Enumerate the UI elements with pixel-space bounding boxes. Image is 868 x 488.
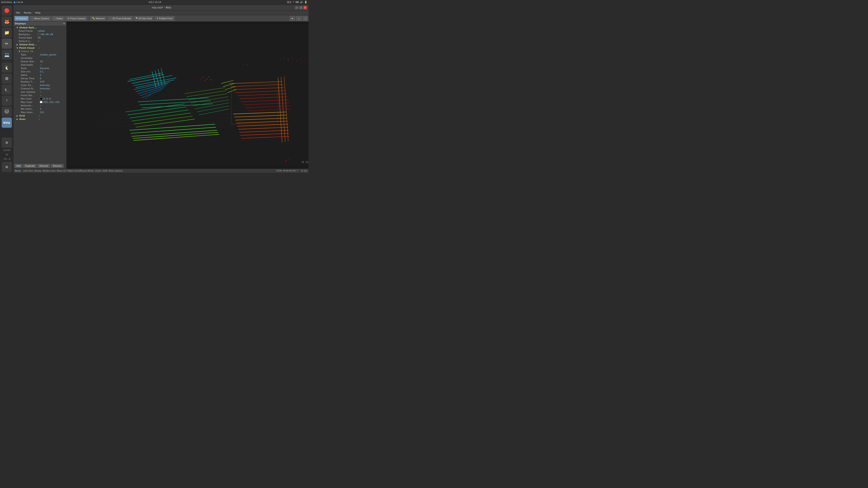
fps-display: 31 fps: [301, 170, 307, 172]
dock-floor-label: 3层: [5, 153, 9, 157]
svg-point-93: [292, 59, 293, 59]
toolbar-interact[interactable]: ⊕ Interact: [14, 16, 29, 21]
tree-background-color[interactable]: Backgrou... 48; 48; 48: [13, 33, 66, 36]
tree-style[interactable]: Style Squares: [13, 66, 66, 70]
toolbar-extra-1[interactable]: ●: [290, 16, 295, 21]
activities-label[interactable]: Activities: [1, 1, 12, 4]
tree-max-color[interactable]: Max Color 255; 255; 255: [13, 100, 66, 104]
background-color-swatch: [38, 33, 40, 35]
tree-invert-rainbow[interactable]: Invert Rai... ✓: [13, 94, 66, 97]
expand-icon: ▼: [17, 47, 19, 49]
dock-text-label: 点击询问: [3, 149, 11, 152]
tree-grid[interactable]: ▶ Grid ✓: [13, 114, 66, 117]
menu-panels[interactable]: Panels: [22, 11, 33, 14]
svg-point-101: [146, 98, 146, 98]
maximize-button[interactable]: □: [299, 6, 303, 9]
tree-color-transform[interactable]: Color Tra... Intensity: [13, 84, 66, 87]
tree-use-rainbow[interactable]: Use rainbow ✓: [13, 90, 66, 94]
toolbar-2d-nav[interactable]: ⚑ 2D Nav Goal: [134, 16, 154, 21]
dock-vscode[interactable]: 💻: [2, 50, 12, 60]
chevron-down-icon[interactable]: ▼: [22, 1, 23, 3]
nav-icon: ⚑: [135, 17, 138, 20]
toolbar-focus-camera[interactable]: ◎ Focus Camera: [65, 16, 87, 21]
right-content: rviz.rviz* - RViz — □ ✕ File Panels Help…: [13, 5, 309, 173]
toolbar-select[interactable]: ⬚ Select: [52, 16, 65, 21]
tree-point-cloud[interactable]: ▼ Point Cloud ✓: [13, 46, 66, 50]
toolbar-publish-point[interactable]: ✦ Publish Point: [154, 16, 175, 21]
dock-terminal[interactable]: $_: [2, 85, 12, 95]
dock-typora[interactable]: 🐱: [2, 106, 12, 117]
status-hint: Left-Click: Rotate. Middle-Click: Move X…: [23, 170, 123, 172]
tree-alpha[interactable]: Alpha 1: [13, 73, 66, 77]
tree-fixed-frame[interactable]: Fixed Frame rslidar: [13, 29, 66, 33]
remove-display-button[interactable]: Remove: [37, 164, 50, 168]
svg-point-80: [203, 77, 203, 78]
publish-icon: ✦: [156, 17, 158, 20]
toolbar-2d-pose[interactable]: → 2D Pose Estimate: [107, 16, 133, 21]
svg-point-84: [211, 79, 211, 80]
dock-apps[interactable]: ⊞: [2, 137, 12, 148]
tree-frame-rate[interactable]: Frame Rate 30: [13, 36, 66, 39]
tree-channel-name[interactable]: Channel N... intensity: [13, 87, 66, 90]
toolbar-move-camera[interactable]: ↔ Move Camera: [29, 16, 51, 21]
language-indicator[interactable]: 英文: [287, 1, 291, 4]
pose-icon: →: [110, 17, 112, 20]
minimize-button[interactable]: —: [295, 6, 299, 9]
status-bar: Reset Left-Click: Rotate. Middle-Click: …: [13, 169, 309, 173]
help-icon[interactable]: ?: [293, 1, 294, 4]
dock-bottom-icon[interactable]: ⊞: [2, 162, 12, 172]
duplicate-display-button[interactable]: Duplicate: [23, 164, 37, 168]
tree-autocompute[interactable]: Autocom... ✓: [13, 104, 66, 107]
tree-topic[interactable]: Topic /rslidar_points: [13, 53, 66, 56]
dock-rviz[interactable]: RViz: [2, 118, 12, 128]
tree-min-intensity[interactable]: Min Inten... 1: [13, 107, 66, 110]
tree-status-ok[interactable]: ▼ Status: Ok: [13, 50, 66, 53]
svg-point-88: [255, 65, 256, 65]
svg-point-94: [296, 60, 297, 60]
min-color-swatch: [40, 98, 42, 100]
system-bar-datetime: 4月3 16:19: [149, 1, 161, 4]
coords-display: E2DN, 48:48:48:000, T: [276, 170, 298, 172]
menu-help[interactable]: Help: [33, 11, 42, 14]
dock-qq[interactable]: 🐧: [2, 63, 12, 73]
tree-global-options[interactable]: ▼ Global Opti...: [13, 26, 66, 29]
toolbar-extra-2[interactable]: —: [296, 16, 302, 21]
displays-panel-bottom: Add Duplicate Remove Rename: [13, 163, 66, 169]
menu-file[interactable]: File: [14, 11, 22, 14]
status-left: Reset Left-Click: Rotate. Middle-Click: …: [15, 170, 123, 172]
displays-close-button[interactable]: ✕: [63, 22, 65, 25]
tree-position-transform[interactable]: Position T... XYZ: [13, 80, 66, 84]
tree-max-intensity[interactable]: Max Inten... 151: [13, 110, 66, 114]
interact-icon: ⊕: [16, 17, 18, 20]
volume-icon[interactable]: 🔊: [300, 1, 303, 4]
close-button[interactable]: ✕: [304, 6, 307, 9]
tree-queue-size[interactable]: Queue Size 10: [13, 60, 66, 63]
system-bar-right: 英文 ? ⌨ 🔊 🔋: [287, 1, 307, 4]
tree-decay-time[interactable]: Decay Time 0: [13, 77, 66, 80]
dock-separator-1: [3, 61, 11, 61]
tree-global-status[interactable]: ▶ Global Stat...: [13, 43, 66, 46]
dock-chrome[interactable]: 🔴: [2, 5, 12, 16]
dock-help[interactable]: ?: [2, 96, 12, 106]
dock-files[interactable]: 📁: [2, 28, 12, 38]
tree-default-light[interactable]: Default Li... ✓: [13, 39, 66, 43]
dock-settings[interactable]: ⚙️: [2, 73, 12, 84]
tree-unreliable[interactable]: Unreliable: [13, 56, 66, 60]
dock-next-label: 下面一是: [3, 157, 11, 161]
3d-viewport[interactable]: 31 fps: [66, 22, 309, 169]
tree-axes[interactable]: ▶ Axes ✓: [13, 117, 66, 121]
tree-size[interactable]: Size (m) 0.1: [13, 70, 66, 73]
svg-point-97: [286, 160, 287, 161]
move-camera-icon: ↔: [31, 17, 34, 20]
tree-min-color[interactable]: Min Color 0; 0; 0: [13, 97, 66, 100]
reset-button[interactable]: Reset: [15, 170, 21, 172]
dock-firefox[interactable]: 🦊: [2, 17, 12, 27]
tree-selectable[interactable]: Selectable ✓: [13, 63, 66, 66]
toolbar-measure[interactable]: 📏 Measure: [90, 16, 106, 21]
add-display-button[interactable]: Add: [14, 164, 23, 168]
rename-display-button[interactable]: Rename: [51, 164, 64, 168]
expand-icon: ▶: [17, 118, 19, 120]
menu-bar: File Panels Help: [13, 10, 309, 15]
dock-editor[interactable]: ✏️: [2, 38, 12, 49]
toolbar-extra-3[interactable]: ↕: [303, 16, 308, 21]
